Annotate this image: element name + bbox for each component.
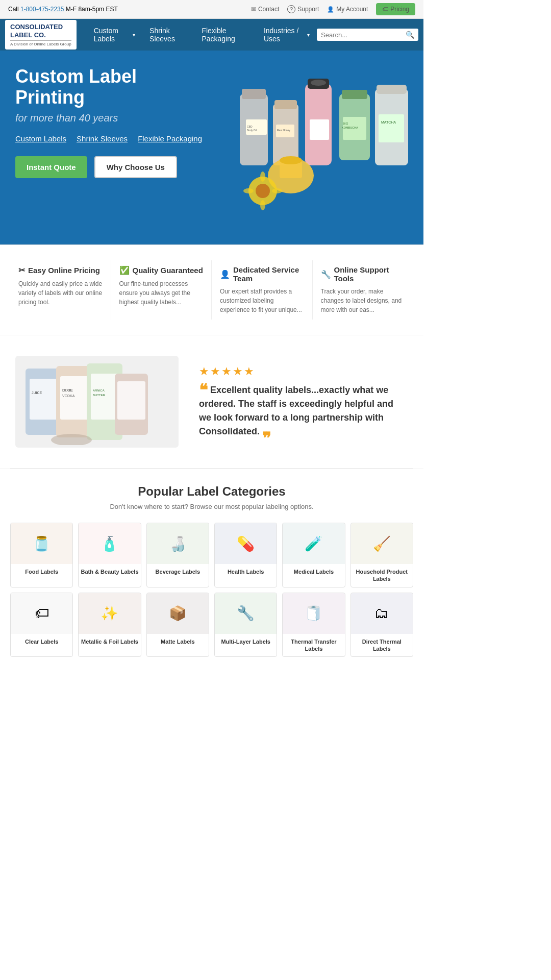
category-img-8: 📦	[147, 593, 209, 634]
svg-text:JUICE: JUICE	[32, 391, 42, 395]
hero-link-custom[interactable]: Custom Labels	[15, 134, 66, 143]
svg-rect-18	[379, 114, 404, 142]
svg-point-13	[280, 156, 302, 164]
category-img-0: 🫙	[11, 523, 72, 564]
category-label-2: Beverage Labels	[147, 564, 209, 579]
category-label-9: Multi-Layer Labels	[215, 634, 277, 649]
instant-quote-button[interactable]: Instant Quote	[15, 156, 87, 178]
category-label-7: Metallic & Foil Labels	[79, 634, 140, 649]
category-card-10[interactable]: 🧻 Thermal Transfer Labels	[282, 593, 345, 657]
feature-pricing-title: ✂ Easy Online Pricing	[18, 265, 103, 275]
category-label-8: Matte Labels	[147, 634, 209, 649]
category-img-9: 🔧	[215, 593, 277, 634]
category-label-1: Bath & Beauty Labels	[79, 564, 140, 579]
category-card-2[interactable]: 🍶 Beverage Labels	[146, 523, 209, 587]
svg-text:KOMBUCHA: KOMBUCHA	[342, 126, 358, 129]
svg-text:BUTTER: BUTTER	[93, 394, 106, 397]
category-emoji-2: 🍶	[147, 523, 209, 564]
feature-quality: ✅ Quality Guaranteed Our fine-tuned proc…	[111, 260, 212, 320]
category-card-4[interactable]: 🧪 Medical Labels	[282, 523, 345, 587]
category-card-11[interactable]: 🗂 Direct Thermal Labels	[350, 593, 413, 657]
checkmark-icon: ✅	[119, 265, 130, 275]
category-label-5: Household Product Labels	[351, 564, 413, 587]
category-card-3[interactable]: 💊 Health Labels	[214, 523, 277, 587]
svg-text:MATCHA: MATCHA	[381, 120, 396, 124]
feature-quality-desc: Our fine-tuned processes ensure you alwa…	[119, 279, 204, 307]
category-card-5[interactable]: 🧹 Household Product Labels	[350, 523, 413, 587]
category-img-5: 🧹	[351, 523, 413, 564]
hours: M-F 8am-5pm EST	[66, 6, 118, 13]
logo-sub: A Division of Online Labels Group	[10, 40, 71, 46]
features-section: ✂ Easy Online Pricing Quickly and easily…	[0, 244, 423, 335]
search-bar: 🔍	[317, 29, 418, 41]
svg-rect-16	[310, 119, 329, 140]
quote-close-icon: ❞	[262, 429, 271, 448]
category-card-6[interactable]: 🏷 Clear Labels	[10, 593, 73, 657]
tag-icon: 🏷	[382, 6, 388, 13]
category-card-1[interactable]: 🧴 Bath & Beauty Labels	[78, 523, 141, 587]
feature-tools: 🔧 Online Support Tools Track your order,…	[313, 260, 414, 320]
category-card-8[interactable]: 📦 Matte Labels	[146, 593, 209, 657]
testimonial-text: ❝ Excellent quality labels...exactly wha…	[199, 383, 408, 438]
hero-image: CBD Body Oil Raw Honey BIG KOMBUCHA MATC…	[224, 56, 418, 229]
svg-point-27	[260, 172, 265, 182]
person-icon: 👤	[220, 270, 230, 279]
feature-service-title: 👤 Dedicated Service Team	[220, 265, 304, 283]
top-bar-right: Contact Support My Account 🏷 Pricing	[251, 3, 415, 15]
account-link[interactable]: My Account	[327, 6, 368, 13]
category-img-3: 💊	[215, 523, 277, 564]
why-choose-us-button[interactable]: Why Choose Us	[94, 156, 177, 178]
chevron-down-icon-2: ▾	[307, 32, 310, 38]
popular-heading: Popular Label Categories	[10, 484, 413, 499]
chevron-down-icon: ▾	[133, 32, 135, 38]
category-img-6: 🏷	[11, 593, 72, 634]
feature-pricing-desc: Quickly and easily price a wide variety …	[18, 279, 103, 307]
hero-link-flexible[interactable]: Flexible Packaging	[138, 134, 202, 143]
svg-text:Body Oil: Body Oil	[247, 129, 257, 132]
category-img-4: 🧪	[283, 523, 344, 564]
testimonial-image: JUICE DIXIE VODKA ARNICA BUTTER	[15, 356, 179, 448]
nav-shrink-sleeves[interactable]: Shrink Sleeves	[142, 19, 194, 51]
svg-point-6	[311, 80, 326, 86]
category-card-9[interactable]: 🔧 Multi-Layer Labels	[214, 593, 277, 657]
search-input[interactable]	[321, 31, 403, 39]
svg-text:BIG: BIG	[343, 122, 348, 125]
nav-custom-labels[interactable]: Custom Labels ▾	[87, 19, 142, 51]
category-card-0[interactable]: 🫙 Food Labels	[10, 523, 73, 587]
hero-link-shrink[interactable]: Shrink Sleeves	[77, 134, 128, 143]
contact-icon	[251, 6, 256, 13]
category-img-10: 🧻	[283, 593, 344, 634]
feature-tools-title: 🔧 Online Support Tools	[321, 265, 406, 283]
logo-title: CONSOLIDATED LABEL CO.	[10, 23, 71, 39]
svg-rect-3	[274, 100, 297, 109]
feature-tools-desc: Track your order, make changes to label …	[321, 287, 406, 314]
top-bar: Call 1-800-475-2235 M-F 8am-5pm EST Cont…	[0, 0, 423, 19]
logo[interactable]: CONSOLIDATED LABEL CO. A Division of Onl…	[5, 20, 77, 49]
support-link[interactable]: Support	[287, 5, 319, 13]
category-emoji-7: ✨	[79, 593, 140, 634]
main-nav: CONSOLIDATED LABEL CO. A Division of Onl…	[0, 19, 423, 51]
nav-flexible-packaging[interactable]: Flexible Packaging	[194, 19, 257, 51]
hero-content: Custom Label Printing for more than 40 y…	[15, 66, 219, 178]
svg-text:ARNICA: ARNICA	[93, 389, 105, 392]
account-icon	[327, 6, 334, 13]
search-icon[interactable]: 🔍	[406, 31, 414, 39]
category-label-10: Thermal Transfer Labels	[283, 634, 344, 657]
category-label-4: Medical Labels	[283, 564, 344, 579]
svg-rect-1	[242, 89, 266, 99]
category-img-1: 🧴	[79, 523, 140, 564]
nav-industries-uses[interactable]: Industries / Uses ▾	[257, 19, 317, 51]
features-grid: ✂ Easy Online Pricing Quickly and easily…	[0, 244, 423, 335]
testimonial-section: JUICE DIXIE VODKA ARNICA BUTTER ★★★★★ ❝ …	[0, 335, 423, 468]
contact-link[interactable]: Contact	[251, 6, 279, 13]
category-img-11: 🗂	[351, 593, 413, 634]
category-card-7[interactable]: ✨ Metallic & Foil Labels	[78, 593, 141, 657]
svg-rect-39	[91, 374, 118, 420]
call-label: Call	[8, 6, 19, 13]
category-emoji-6: 🏷	[11, 593, 72, 634]
phone-number[interactable]: 1-800-475-2235	[20, 6, 64, 13]
feature-service: 👤 Dedicated Service Team Our expert staf…	[212, 260, 313, 320]
pricing-button[interactable]: 🏷 Pricing	[376, 3, 415, 15]
categories-grid: 🫙 Food Labels 🧴 Bath & Beauty Labels 🍶 B…	[10, 523, 413, 657]
category-img-7: ✨	[79, 593, 140, 634]
